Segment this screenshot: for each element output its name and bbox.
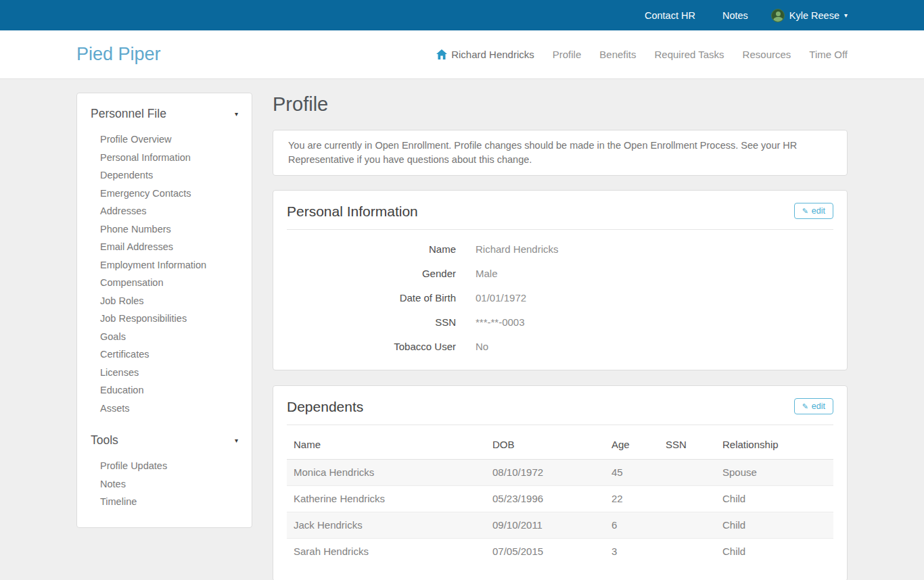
dependents-table: Name DOB Age SSN Relationship Monica Hen… (287, 426, 833, 564)
column-header-ssn: SSN (659, 426, 716, 460)
sidebar-item-profile-updates[interactable]: Profile Updates (100, 457, 238, 475)
sidebar-section-tools: Tools ▾ Profile Updates Notes Timeline (91, 433, 238, 511)
dependents-title: Dependents (287, 398, 363, 416)
column-header-name: Name (287, 426, 486, 460)
cell-dob: 05/23/1996 (486, 486, 605, 512)
cell-relationship: Child (716, 486, 833, 512)
cell-age: 3 (605, 539, 659, 565)
edit-dependents-button[interactable]: ✎ edit (794, 398, 833, 414)
nav-time-off[interactable]: Time Off (809, 49, 848, 60)
cell-name: Sarah Hendricks (287, 539, 486, 565)
column-header-dob: DOB (486, 426, 605, 460)
notice-text: You are currently in Open Enrollment. Pr… (288, 140, 797, 165)
cell-dob: 09/10/2011 (486, 512, 605, 539)
user-name: Kyle Reese (789, 10, 839, 21)
edit-personal-information-button[interactable]: ✎ edit (794, 203, 833, 219)
sidebar-item-emergency-contacts[interactable]: Emergency Contacts (100, 185, 238, 203)
chevron-down-icon: ▾ (235, 437, 238, 444)
field-label: Tobacco User (287, 340, 456, 354)
sidebar-item-notes[interactable]: Notes (100, 475, 238, 493)
chevron-down-icon: ▾ (844, 12, 848, 19)
user-menu[interactable]: Kyle Reese ▾ (771, 9, 848, 22)
sidebar-item-addresses[interactable]: Addresses (100, 202, 238, 220)
sidebar-section-personnel-file: Personnel File ▾ Profile Overview Person… (91, 107, 238, 417)
sidebar-item-assets[interactable]: Assets (100, 400, 238, 418)
personal-information-card: Personal Information ✎ edit Name Richard… (273, 190, 848, 370)
cell-age: 45 (605, 460, 659, 486)
divider (287, 425, 833, 425)
sidebar-item-compensation[interactable]: Compensation (100, 274, 238, 292)
field-value: Richard Hendricks (476, 243, 559, 256)
field-value: No (476, 340, 488, 354)
topbar: Contact HR Notes Kyle Reese ▾ (0, 0, 924, 30)
field-value: Male (476, 267, 498, 281)
field-tobacco-user: Tobacco User No (287, 340, 833, 354)
nav-benefits[interactable]: Benefits (599, 49, 636, 60)
cell-name: Jack Hendricks (287, 512, 486, 539)
main-nav: Richard Hendricks Profile Benefits Requi… (436, 49, 848, 60)
chevron-down-icon: ▾ (235, 111, 238, 118)
sidebar-item-profile-overview[interactable]: Profile Overview (100, 130, 238, 149)
table-row: Katherine Hendricks 05/23/1996 22 Child (287, 486, 833, 512)
header: Pied Piper Richard Hendricks Profile Ben… (0, 30, 924, 79)
field-label: Date of Birth (287, 291, 456, 305)
field-date-of-birth: Date of Birth 01/01/1972 (287, 291, 833, 305)
tools-header[interactable]: Tools ▾ (91, 433, 238, 454)
sidebar-item-phone-numbers[interactable]: Phone Numbers (100, 220, 238, 239)
sidebar-item-job-roles[interactable]: Job Roles (100, 292, 238, 310)
field-ssn: SSN ***-**-0003 (287, 316, 833, 329)
sidebar: Personnel File ▾ Profile Overview Person… (76, 93, 252, 528)
page-title: Profile (273, 93, 848, 116)
main-content: Profile You are currently in Open Enroll… (273, 93, 848, 580)
table-row: Monica Hendricks 08/10/1972 45 Spouse (287, 460, 833, 486)
sidebar-item-education[interactable]: Education (100, 381, 238, 400)
cell-relationship: Spouse (716, 460, 833, 486)
cell-ssn (659, 539, 716, 565)
sidebar-item-job-responsibilities[interactable]: Job Responsibilities (100, 310, 238, 328)
field-value: ***-**-0003 (476, 316, 525, 329)
field-name: Name Richard Hendricks (287, 243, 833, 256)
pencil-icon: ✎ (802, 208, 808, 215)
contact-hr-link[interactable]: Contact HR (641, 9, 699, 22)
field-label: Name (287, 243, 456, 256)
notes-link[interactable]: Notes (718, 9, 752, 22)
cell-relationship: Child (716, 512, 833, 539)
field-label: SSN (287, 316, 456, 329)
field-label: Gender (287, 267, 456, 281)
cell-dob: 07/05/2015 (486, 539, 605, 565)
pencil-icon: ✎ (802, 403, 808, 410)
sidebar-item-email-addresses[interactable]: Email Addresses (100, 238, 238, 256)
nav-resources[interactable]: Resources (743, 49, 791, 60)
nav-employee-home[interactable]: Richard Hendricks (436, 49, 534, 60)
personnel-file-header[interactable]: Personnel File ▾ (91, 107, 238, 128)
open-enrollment-notice: You are currently in Open Enrollment. Pr… (273, 130, 848, 176)
sidebar-item-licenses[interactable]: Licenses (100, 364, 238, 382)
table-row: Sarah Hendricks 07/05/2015 3 Child (287, 539, 833, 565)
nav-profile[interactable]: Profile (553, 49, 582, 60)
cell-dob: 08/10/1972 (486, 460, 605, 486)
cell-age: 6 (605, 512, 659, 539)
brand-logo[interactable]: Pied Piper (76, 44, 161, 65)
table-header-row: Name DOB Age SSN Relationship (287, 426, 833, 460)
user-avatar-icon (771, 9, 785, 22)
sidebar-item-timeline[interactable]: Timeline (100, 493, 238, 511)
personal-information-title: Personal Information (287, 203, 418, 220)
cell-ssn (659, 512, 716, 539)
sidebar-item-dependents[interactable]: Dependents (100, 166, 238, 185)
home-icon (436, 49, 447, 59)
cell-ssn (659, 486, 716, 512)
sidebar-item-personal-information[interactable]: Personal Information (100, 149, 238, 167)
field-gender: Gender Male (287, 267, 833, 281)
field-value: 01/01/1972 (476, 291, 526, 305)
dependents-card: Dependents ✎ edit Name DOB Age SSN (273, 385, 848, 580)
column-header-relationship: Relationship (716, 426, 833, 460)
cell-relationship: Child (716, 539, 833, 565)
sidebar-item-employment-information[interactable]: Employment Information (100, 256, 238, 274)
sidebar-item-goals[interactable]: Goals (100, 328, 238, 346)
table-row: Jack Hendricks 09/10/2011 6 Child (287, 512, 833, 539)
sidebar-item-certificates[interactable]: Certificates (100, 345, 238, 364)
cell-name: Katherine Hendricks (287, 486, 486, 512)
nav-required-tasks[interactable]: Required Tasks (654, 49, 724, 60)
cell-ssn (659, 460, 716, 486)
column-header-age: Age (605, 426, 659, 460)
